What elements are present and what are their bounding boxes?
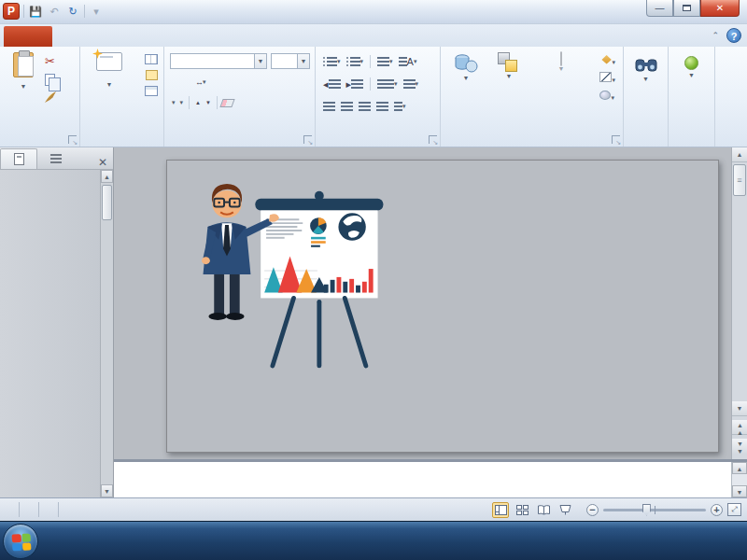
customize-qat-icon[interactable]: ▾ bbox=[89, 6, 104, 18]
vertical-scrollbar[interactable]: ▲ ▼ ▲▲ ▼▼ bbox=[731, 147, 747, 459]
zoom-tick bbox=[655, 506, 655, 514]
panel-scrollbar[interactable]: ▲ ▼ bbox=[100, 170, 113, 497]
tab-outline[interactable] bbox=[37, 148, 75, 169]
smartart-button[interactable]: ▾ bbox=[392, 99, 408, 114]
arrange-icon bbox=[498, 52, 520, 73]
underline-button[interactable] bbox=[179, 75, 183, 90]
shrink-font-button[interactable]: ▼ bbox=[204, 95, 213, 110]
new-group-button[interactable]: ▼ bbox=[669, 56, 714, 78]
text-direction-button[interactable]: A▾ bbox=[397, 54, 419, 69]
zoom-out-button[interactable]: − bbox=[586, 504, 599, 516]
font-name-combo[interactable]: ▼ bbox=[170, 53, 267, 69]
bullets-button[interactable]: ▾ bbox=[321, 54, 343, 69]
grow-font-button[interactable]: ▲ bbox=[193, 95, 203, 110]
outline-tab-icon bbox=[50, 154, 62, 163]
decrease-indent-button[interactable]: ◂ bbox=[321, 77, 343, 91]
thumbnail-list bbox=[0, 170, 100, 497]
zoom-slider-thumb[interactable] bbox=[642, 504, 651, 516]
powerpoint-window: P 💾 ↶ ↻ ▾ — ✕ ⌃ ? ▼ bbox=[0, 0, 747, 560]
clear-formatting-icon[interactable] bbox=[219, 99, 234, 107]
next-slide-icon[interactable]: ▼▼ bbox=[732, 439, 747, 454]
normal-view-button[interactable] bbox=[492, 502, 509, 518]
theme-name[interactable] bbox=[20, 502, 39, 517]
collapse-ribbon-icon[interactable]: ⌃ bbox=[712, 31, 719, 40]
font-size-combo[interactable]: ▼ bbox=[271, 53, 310, 69]
line-spacing-button[interactable]: ▾ bbox=[375, 54, 395, 69]
justify-button[interactable] bbox=[374, 99, 390, 114]
paste-button[interactable]: ▼ bbox=[6, 52, 41, 119]
scroll-up-icon[interactable]: ▲ bbox=[101, 170, 113, 183]
slides-group: ▼ bbox=[80, 47, 164, 147]
save-icon[interactable]: 💾 bbox=[28, 6, 43, 18]
align-left-button[interactable] bbox=[321, 99, 337, 114]
undo-icon[interactable]: ↶ bbox=[47, 6, 62, 18]
reset-icon[interactable] bbox=[146, 70, 158, 80]
bold-button[interactable] bbox=[170, 75, 174, 90]
cut-icon[interactable]: ✂ bbox=[45, 54, 56, 68]
scroll-down-icon[interactable]: ▼ bbox=[732, 485, 747, 497]
scroll-up-icon[interactable]: ▲ bbox=[732, 147, 747, 162]
redo-icon[interactable]: ↻ bbox=[65, 6, 80, 18]
strikethrough-button[interactable] bbox=[189, 75, 192, 90]
file-tab[interactable] bbox=[4, 26, 52, 47]
copy-icon[interactable] bbox=[45, 74, 55, 86]
slide-canvas[interactable] bbox=[166, 160, 719, 453]
columns-button[interactable]: ▾ bbox=[375, 77, 400, 91]
shapes-icon bbox=[446, 52, 486, 75]
chevron-down-icon[interactable]: ▼ bbox=[297, 54, 309, 68]
shapes-button[interactable]: ▼ bbox=[446, 52, 486, 81]
powerpoint-app-icon[interactable]: P bbox=[3, 3, 20, 20]
restore-button[interactable] bbox=[673, 0, 700, 17]
slide-counter[interactable] bbox=[0, 502, 20, 517]
slideshow-view-button[interactable] bbox=[557, 502, 573, 518]
editing-button[interactable]: ▼ bbox=[624, 56, 668, 82]
font-color-button[interactable]: ▾ bbox=[170, 95, 177, 110]
close-button[interactable]: ✕ bbox=[700, 0, 740, 17]
slide-sorter-view-button[interactable] bbox=[514, 502, 530, 518]
notes-scrollbar[interactable]: ▲ ▼ bbox=[731, 462, 747, 497]
layout-icon[interactable] bbox=[145, 54, 158, 64]
scroll-up-icon[interactable]: ▲ bbox=[732, 462, 747, 474]
character-spacing-button[interactable]: ↔▾ bbox=[193, 75, 207, 90]
help-icon[interactable]: ? bbox=[726, 28, 741, 43]
shape-fill-button[interactable]: ▾ bbox=[599, 54, 615, 67]
start-button[interactable] bbox=[3, 524, 38, 559]
audience-table-band bbox=[167, 386, 718, 411]
scrollbar-thumb[interactable] bbox=[102, 185, 112, 220]
italic-button[interactable] bbox=[175, 75, 178, 90]
section-icon[interactable] bbox=[145, 86, 158, 96]
notes-pane[interactable]: ▲ ▼ bbox=[114, 459, 747, 497]
previous-slide-icon[interactable]: ▲▲ bbox=[732, 420, 747, 435]
drawing-dialog-launcher[interactable] bbox=[612, 135, 620, 144]
align-right-button[interactable] bbox=[357, 99, 373, 114]
change-case-button[interactable]: ▾ bbox=[178, 95, 186, 110]
zoom-slider[interactable] bbox=[603, 509, 706, 511]
align-text-button[interactable]: ▾ bbox=[402, 77, 421, 91]
format-painter-icon[interactable] bbox=[45, 91, 56, 103]
shape-outline-button[interactable]: ▾ bbox=[599, 72, 615, 85]
scrollbar-thumb[interactable] bbox=[733, 164, 746, 196]
fit-to-window-button[interactable]: ⤢ bbox=[727, 503, 741, 516]
close-pane-icon[interactable]: ✕ bbox=[98, 156, 107, 169]
shape-effects-button[interactable]: ▾ bbox=[599, 90, 615, 103]
new-slide-button[interactable]: ▼ bbox=[88, 52, 131, 123]
scroll-down-icon[interactable]: ▼ bbox=[732, 401, 747, 416]
quick-styles-button[interactable]: ▼ bbox=[532, 52, 590, 72]
numbering-button[interactable]: ▾ bbox=[345, 54, 366, 69]
arrange-button[interactable]: ▼ bbox=[489, 52, 529, 79]
reading-view-button[interactable] bbox=[535, 502, 552, 518]
scroll-down-icon[interactable]: ▼ bbox=[101, 484, 113, 497]
clipboard-dialog-launcher[interactable] bbox=[68, 135, 77, 144]
align-center-button[interactable] bbox=[339, 99, 355, 114]
language-indicator[interactable] bbox=[39, 502, 59, 517]
chevron-down-icon[interactable]: ▼ bbox=[254, 54, 266, 68]
zoom-in-button[interactable]: + bbox=[711, 504, 723, 516]
text-shadow-button[interactable] bbox=[184, 75, 188, 90]
tab-slides[interactable] bbox=[0, 148, 37, 169]
paragraph-dialog-launcher[interactable] bbox=[429, 135, 437, 144]
ribbon: ▼ ✂ ▼ ▼ ▼ bbox=[0, 47, 747, 147]
font-dialog-launcher[interactable] bbox=[303, 135, 312, 144]
minimize-button[interactable]: — bbox=[646, 0, 673, 17]
font-group: ▼ ▼ ↔▾ ▾ ▾ ▲ ▼ bbox=[164, 47, 316, 147]
increase-indent-button[interactable]: ▸ bbox=[345, 77, 366, 91]
